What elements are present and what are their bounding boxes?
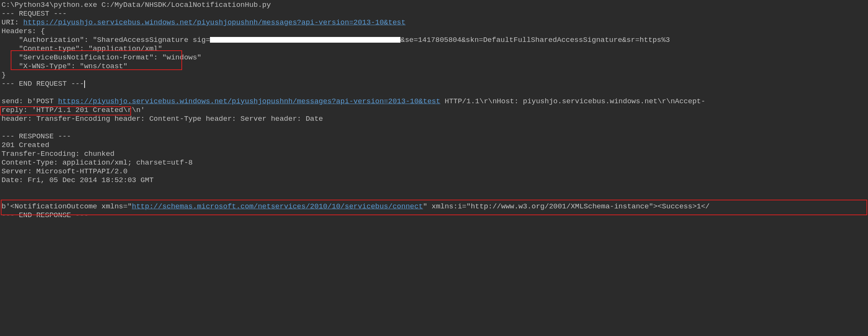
- response-server: Server: Microsoft-HTTPAPI/2.0: [2, 167, 866, 176]
- send-post: HTTP/1.1\r\nHost: piyushjo.servicebus.wi…: [440, 97, 706, 106]
- reply-line: reply: 'HTTP/1.1 201 Created\r\n': [2, 106, 866, 115]
- header-summary-line: header: Transfer-Encoding header: Conten…: [2, 115, 866, 123]
- body-schema-link[interactable]: http://schemas.microsoft.com/netservices…: [132, 202, 423, 211]
- uri-line: URI: https://piyushjo.servicebus.windows…: [2, 18, 866, 27]
- send-pre: send: b'POST: [2, 97, 58, 106]
- body-post: " xmlns:i="http://www.w3.org/2001/XMLSch…: [423, 202, 710, 211]
- response-start: --- RESPONSE ---: [2, 132, 866, 141]
- headers-open: Headers: {: [2, 27, 866, 36]
- request-end: --- END REQUEST ---: [2, 80, 84, 88]
- blank-line-3: [2, 185, 866, 194]
- sb-format-header: "ServiceBusNotification-Format": "window…: [2, 53, 866, 62]
- wns-type-header: "X-WNS-Type": "wns/toast": [2, 62, 866, 71]
- response-end: --- END RESPONSE ---: [2, 211, 866, 220]
- blank-line-4: [2, 194, 866, 202]
- auth-pre: "Authorization": "SharedAccessSignature …: [2, 36, 210, 44]
- blank-line-2: [2, 123, 866, 132]
- uri-link[interactable]: https://piyushjo.servicebus.windows.net/…: [23, 18, 405, 27]
- auth-header-line: "Authorization": "SharedAccessSignature …: [2, 36, 866, 45]
- uri-label: URI:: [2, 18, 23, 27]
- response-date: Date: Fri, 05 Dec 2014 18:52:03 GMT: [2, 176, 866, 185]
- auth-post: &se=1417805804&skn=DefaultFullSharedAcce…: [400, 36, 670, 44]
- content-type-header: "Content-type": "application/xml": [2, 45, 866, 53]
- body-pre: b'<NotificationOutcome xmlns=": [2, 202, 132, 211]
- send-link[interactable]: https://piyushjo.servicebus.windows.net/…: [58, 97, 440, 106]
- request-end-line: --- END REQUEST ---: [2, 80, 866, 88]
- response-body-line: b'<NotificationOutcome xmlns="http://sch…: [2, 202, 866, 211]
- response-status: 201 Created: [2, 141, 866, 150]
- response-transfer-encoding: Transfer-Encoding: chunked: [2, 150, 866, 158]
- text-cursor: [84, 80, 85, 88]
- response-content-type: Content-Type: application/xml; charset=u…: [2, 158, 866, 167]
- headers-close: }: [2, 71, 866, 80]
- send-line: send: b'POST https://piyushjo.servicebus…: [2, 97, 866, 106]
- command-line: C:\Python34\python.exe C:/MyData/NHSDK/L…: [2, 1, 866, 10]
- request-start: --- REQUEST ---: [2, 10, 866, 18]
- redacted-signature: [210, 37, 400, 43]
- blank-line-1: [2, 88, 866, 97]
